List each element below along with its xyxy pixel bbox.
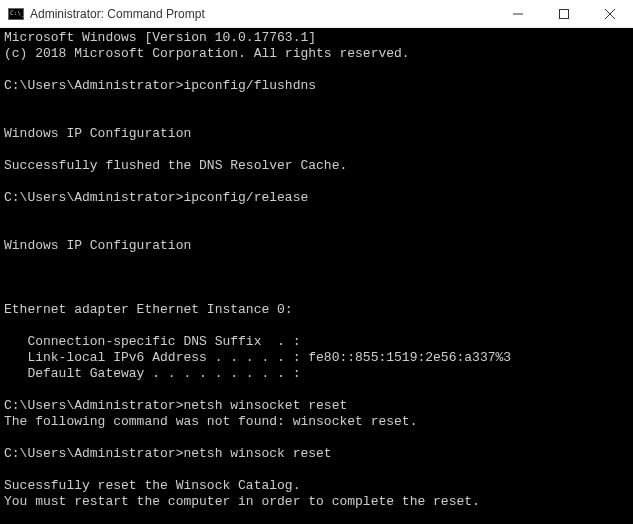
- terminal-line: [4, 286, 629, 302]
- maximize-button[interactable]: [541, 0, 587, 27]
- terminal-line: Microsoft Windows [Version 10.0.17763.1]: [4, 30, 629, 46]
- terminal-line: Connection-specific DNS Suffix . :: [4, 334, 629, 350]
- terminal-line: [4, 110, 629, 126]
- terminal-line: [4, 62, 629, 78]
- terminal-line: You must restart the computer in order t…: [4, 494, 629, 510]
- close-button[interactable]: [587, 0, 633, 27]
- terminal-output[interactable]: Microsoft Windows [Version 10.0.17763.1]…: [0, 28, 633, 524]
- terminal-line: Windows IP Configuration: [4, 238, 629, 254]
- terminal-line: The following command was not found: win…: [4, 414, 629, 430]
- terminal-line: [4, 382, 629, 398]
- terminal-line: (c) 2018 Microsoft Corporation. All righ…: [4, 46, 629, 62]
- maximize-icon: [559, 9, 569, 19]
- minimize-button[interactable]: [495, 0, 541, 27]
- terminal-line: C:\Users\Administrator>netsh winsock res…: [4, 446, 629, 462]
- terminal-line: C:\Users\Administrator>ipconfig/flushdns: [4, 78, 629, 94]
- window-controls: [495, 0, 633, 27]
- cmd-icon: [8, 8, 24, 20]
- terminal-line: [4, 174, 629, 190]
- terminal-line: [4, 462, 629, 478]
- terminal-line: [4, 206, 629, 222]
- terminal-line: Link-local IPv6 Address . . . . . : fe80…: [4, 350, 629, 366]
- terminal-line: Windows IP Configuration: [4, 126, 629, 142]
- terminal-line: Sucessfully reset the Winsock Catalog.: [4, 478, 629, 494]
- terminal-line: [4, 142, 629, 158]
- terminal-line: [4, 318, 629, 334]
- terminal-line: Default Gateway . . . . . . . . . :: [4, 366, 629, 382]
- terminal-line: [4, 254, 629, 270]
- window-title: Administrator: Command Prompt: [30, 7, 495, 21]
- terminal-line: Successfully flushed the DNS Resolver Ca…: [4, 158, 629, 174]
- terminal-line: C:\Users\Administrator>netsh winsocket r…: [4, 398, 629, 414]
- terminal-line: [4, 94, 629, 110]
- terminal-line: [4, 270, 629, 286]
- minimize-icon: [513, 9, 523, 19]
- terminal-line: [4, 430, 629, 446]
- close-icon: [605, 9, 615, 19]
- terminal-line: Ethernet adapter Ethernet Instance 0:: [4, 302, 629, 318]
- terminal-line: [4, 222, 629, 238]
- svg-rect-1: [560, 9, 569, 18]
- terminal-line: [4, 510, 629, 524]
- terminal-line: C:\Users\Administrator>ipconfig/release: [4, 190, 629, 206]
- titlebar[interactable]: Administrator: Command Prompt: [0, 0, 633, 28]
